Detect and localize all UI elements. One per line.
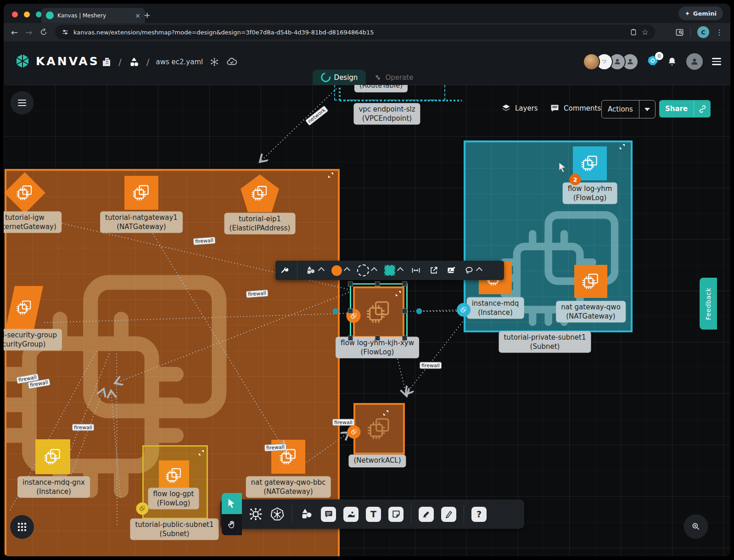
selection-handle[interactable]: [375, 336, 380, 341]
resize-width-icon[interactable]: [410, 266, 421, 275]
comment-tool[interactable]: [321, 507, 336, 522]
star-bookmark-icon[interactable]: ☆: [642, 28, 649, 37]
configure-wrench-icon[interactable]: [280, 266, 289, 275]
browser-profile-avatar[interactable]: C: [697, 26, 709, 38]
designs-icon[interactable]: [128, 56, 140, 68]
components-icon[interactable]: [249, 507, 263, 521]
forward-icon[interactable]: →: [25, 28, 32, 37]
resize-icon[interactable]: [395, 291, 401, 297]
cloud-sync-icon[interactable]: [226, 56, 238, 68]
divider: [292, 505, 292, 523]
node-label-public-subnet[interactable]: tutorial-public-subnet1 (Subnet): [130, 519, 219, 540]
node-label-instance-mdq[interactable]: instance-mdq (Instance): [467, 297, 524, 319]
node-label-private-subnet[interactable]: tutorial-private-subnet1 (Subnet): [499, 331, 591, 353]
design-canvas[interactable]: 2 (RouteTable) vpc endpoint-slz (VPCEndp…: [4, 85, 730, 556]
region-connector-badge[interactable]: [457, 303, 471, 317]
actions-button[interactable]: Actions: [601, 100, 656, 118]
resize-icon[interactable]: [198, 450, 204, 456]
zoom-button[interactable]: [684, 515, 708, 538]
browser-tab[interactable]: Kanvas | Meshery ×: [41, 8, 145, 23]
site-info-icon[interactable]: [62, 28, 69, 36]
node-label-eip1[interactable]: tutorial-eip1 (ElasticIPAddress): [224, 213, 296, 235]
pan-tool[interactable]: [222, 514, 242, 535]
organization-icon[interactable]: [101, 56, 112, 67]
collaborator-avatar[interactable]: [583, 53, 600, 70]
kanvas-logo[interactable]: KANVAS: [15, 53, 100, 69]
pen-tool[interactable]: [419, 507, 434, 522]
meshsync-snowflake-icon[interactable]: [209, 57, 219, 67]
reload-icon[interactable]: [39, 28, 48, 36]
help-tool[interactable]: ?: [471, 507, 487, 522]
note-tool[interactable]: [388, 507, 403, 522]
comments-button[interactable]: Comments: [550, 103, 601, 113]
resize-icon[interactable]: [383, 410, 389, 416]
add-image-icon[interactable]: [446, 266, 456, 275]
selection-handle[interactable]: [348, 336, 353, 341]
lasso-icon: [464, 266, 474, 275]
user-avatar[interactable]: [685, 52, 704, 71]
resize-icon[interactable]: [619, 144, 625, 150]
flow-log-gpt-badge[interactable]: [136, 503, 149, 515]
highlighter-tool[interactable]: [441, 507, 456, 522]
minimize-window-button[interactable]: [24, 11, 30, 17]
new-tab-button[interactable]: +: [144, 10, 151, 20]
fill-color-button[interactable]: [331, 265, 349, 276]
highlighter-icon: [444, 510, 453, 519]
sync-status[interactable]: 0: [647, 55, 659, 68]
text-tool[interactable]: T: [366, 507, 381, 522]
media-icon: [347, 510, 356, 519]
node-label-security-group[interactable]: tutorial-security-group (SecurityGroup): [4, 329, 62, 351]
node-label-flow-log-gpt[interactable]: flow log-gpt (FlowLog): [148, 488, 199, 510]
shape-fill-button[interactable]: [384, 265, 403, 276]
design-file-name[interactable]: aws ec2.yaml: [156, 58, 203, 66]
feedback-tab[interactable]: Feedback: [700, 278, 717, 330]
shapes-tool-icon[interactable]: [300, 508, 314, 521]
comments-icon: [550, 103, 560, 113]
node-label-network-acl[interactable]: (NetworkACL): [348, 454, 406, 467]
shapes-menu-button[interactable]: [305, 265, 324, 275]
selection-handle[interactable]: [402, 336, 407, 341]
border-style-button[interactable]: [357, 264, 376, 276]
node-label-nat-gateway-qwo[interactable]: nat gateway-qwo (NATGateway): [556, 301, 626, 323]
node-label-route-table[interactable]: (RouteTable): [354, 85, 408, 92]
node-label-natgateway1[interactable]: tutorial-natgateway1 (NATGateway): [100, 212, 183, 233]
lasso-tool-button[interactable]: [464, 266, 482, 275]
bell-icon[interactable]: [667, 56, 677, 67]
actions-dropdown-button[interactable]: [639, 108, 655, 111]
node-label-nat-gateway-qwo-bbc[interactable]: nat gateway-qwo-bbc (NATGateway): [246, 476, 331, 498]
selection-handle[interactable]: [402, 308, 407, 314]
copy-link-button[interactable]: [694, 105, 711, 113]
selection-handle[interactable]: [348, 281, 353, 286]
kubernetes-icon[interactable]: [270, 507, 285, 521]
canvas-menu-button[interactable]: [11, 91, 34, 114]
network-acl-badge[interactable]: [347, 426, 361, 439]
node-label-instance-mdq-gnx[interactable]: instance-mdq-gnx (Instance): [17, 476, 90, 498]
bookmark-card-icon[interactable]: [630, 28, 637, 36]
tab-design[interactable]: Design: [313, 70, 366, 85]
side-panel-icon[interactable]: [675, 28, 684, 37]
back-icon[interactable]: ←: [11, 28, 18, 37]
app-menu-icon[interactable]: [712, 56, 721, 67]
resize-icon[interactable]: [328, 172, 334, 178]
media-tool[interactable]: [343, 507, 359, 522]
share-button[interactable]: Share: [659, 100, 711, 118]
close-window-button[interactable]: [12, 11, 18, 17]
selection-handle[interactable]: [402, 281, 407, 286]
tab-operate[interactable]: Operate: [366, 70, 421, 85]
selection-handle[interactable]: [348, 308, 353, 314]
close-tab-icon[interactable]: ×: [135, 12, 140, 19]
open-external-icon[interactable]: [429, 266, 438, 275]
node-label-vpc-endpoint[interactable]: vpc endpoint-slz (VPCEndpoint): [353, 103, 420, 125]
node-label-igw[interactable]: tutorial-igw (InternetGateway): [4, 212, 62, 233]
gemini-button[interactable]: ✦ Gemini: [678, 6, 723, 20]
selection-handle[interactable]: [375, 281, 380, 286]
teal-square-icon: [384, 265, 395, 276]
browser-menu-icon[interactable]: ⋮: [716, 31, 723, 34]
chevron-up-icon: [476, 267, 482, 274]
url-bar[interactable]: kanvas.new/extension/meshmap?mode=design…: [55, 25, 655, 39]
url-text[interactable]: kanvas.new/extension/meshmap?mode=design…: [73, 29, 625, 36]
dock-apps-button[interactable]: [10, 515, 34, 539]
layers-button[interactable]: Layers: [501, 103, 538, 113]
node-label-flow-log-yhm[interactable]: flow log-yhm (FlowLog): [563, 183, 617, 204]
select-tool[interactable]: [222, 493, 242, 514]
